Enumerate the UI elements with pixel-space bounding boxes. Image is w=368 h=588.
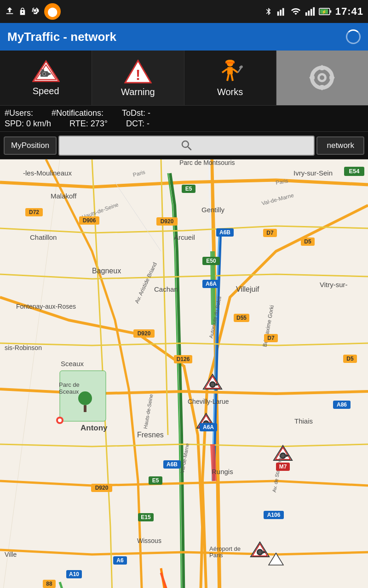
search-input[interactable] (58, 136, 315, 156)
notifications-label: #Notifications: (52, 108, 104, 118)
svg-line-29 (231, 74, 233, 81)
svg-text:Vitry-sur-: Vitry-sur- (320, 281, 348, 288)
spd-value: SPD: 0 km/h (5, 119, 51, 129)
svg-text:E15: E15 (141, 514, 151, 520)
search-icon (180, 139, 194, 153)
bluetooth-icon (264, 6, 273, 17)
svg-text:-les-Moulineaux: -les-Moulineaux (23, 169, 72, 177)
svg-text:88: 88 (46, 581, 52, 587)
works-tab-label: Works (217, 87, 243, 97)
svg-rect-0 (277, 11, 279, 16)
svg-text:A86: A86 (337, 401, 347, 408)
tab-warning[interactable]: ! Warning (92, 51, 184, 105)
svg-line-26 (238, 68, 241, 73)
svg-text:Sceaux: Sceaux (59, 388, 79, 395)
svg-text:Bagneux: Bagneux (92, 267, 121, 275)
status-bar: ⬤ ⚡ 17:41 (0, 0, 368, 23)
svg-rect-6 (313, 7, 315, 16)
svg-text:Cachan: Cachan (154, 285, 178, 293)
tab-speed[interactable]: Speed (0, 51, 92, 105)
svg-text:Antony: Antony (80, 424, 108, 432)
svg-text:⚡: ⚡ (322, 9, 327, 15)
time-display: 17:41 (335, 6, 363, 17)
phone-signal-icon (276, 6, 287, 17)
svg-line-28 (227, 74, 229, 81)
svg-text:Thiais: Thiais (294, 417, 313, 425)
rte-value: RTE: 273° (69, 119, 108, 129)
todst-label: ToDst: - (122, 108, 150, 118)
svg-text:D5: D5 (304, 238, 311, 245)
svg-text:Arcueil: Arcueil (174, 233, 195, 241)
search-bar: MyPosition network (0, 132, 368, 159)
svg-rect-5 (310, 9, 312, 16)
svg-text:E50: E50 (206, 258, 216, 264)
myposition-button[interactable]: MyPosition (4, 136, 57, 155)
svg-rect-3 (305, 12, 307, 16)
dct-value: DCT: - (126, 119, 150, 129)
svg-text:A6: A6 (116, 557, 124, 564)
svg-text:Rungis: Rungis (212, 468, 233, 475)
svg-text:Parc de: Parc de (59, 381, 80, 388)
svg-text:D7: D7 (266, 230, 274, 236)
svg-text:D72: D72 (29, 209, 39, 215)
svg-text:Ivry-sur-Sein: Ivry-sur-Sein (293, 169, 333, 177)
svg-text:M7: M7 (279, 464, 287, 470)
status-icons-left: ⬤ (5, 3, 61, 20)
speed-camera-icon (32, 59, 60, 83)
svg-rect-1 (280, 10, 282, 16)
svg-rect-23 (227, 67, 233, 74)
svg-text:A6B: A6B (219, 229, 230, 236)
svg-text:Malakoff: Malakoff (51, 192, 77, 200)
status-icons-right: ⚡ 17:41 (264, 6, 363, 17)
tab-bar: Speed ! Warning Works (0, 51, 368, 106)
svg-text:Chatillon: Chatillon (30, 233, 57, 241)
svg-text:Parc de Montsouris: Parc de Montsouris (179, 159, 235, 166)
svg-text:A10: A10 (69, 571, 79, 577)
map-area[interactable]: -les-Moulineaux Malakoff Chatillon Bagne… (0, 159, 368, 588)
svg-text:A6A: A6A (206, 281, 217, 287)
svg-text:Villejuif: Villejuif (236, 285, 259, 293)
info-bar: #Users: #Notifications: ToDst: - SPD: 0 … (0, 106, 368, 132)
warning-tab-label: Warning (121, 87, 155, 97)
svg-point-155 (58, 418, 62, 422)
tab-works[interactable]: Works (184, 51, 276, 105)
svg-text:Sceaux: Sceaux (61, 360, 84, 368)
svg-text:E54: E54 (349, 168, 360, 175)
svg-text:sis-Robinson: sis-Robinson (5, 344, 42, 351)
upload-icon (5, 6, 15, 17)
svg-point-44 (78, 391, 92, 405)
svg-point-15 (43, 73, 45, 75)
svg-point-64 (258, 550, 262, 554)
svg-text:E5: E5 (185, 186, 192, 192)
svg-text:A106: A106 (267, 512, 281, 518)
signal-plus-icon (290, 6, 301, 17)
usb-icon (30, 6, 40, 17)
svg-text:Paris: Paris (209, 552, 223, 559)
svg-text:D920: D920 (161, 218, 174, 225)
title-bar: MyTraffic - network (0, 23, 368, 51)
speed-tab-label: Speed (33, 86, 59, 96)
svg-text:D920: D920 (138, 330, 151, 337)
tab-settings[interactable] (276, 51, 368, 105)
svg-text:Ville: Ville (5, 551, 17, 558)
svg-text:Chevilly-Larue: Chevilly-Larue (188, 398, 229, 405)
svg-text:D7: D7 (267, 335, 275, 341)
svg-text:D55: D55 (236, 315, 247, 321)
svg-point-49 (211, 383, 214, 386)
svg-rect-22 (225, 62, 235, 63)
lock-icon (18, 6, 27, 17)
svg-rect-4 (308, 11, 310, 16)
loading-spinner (346, 29, 361, 44)
svg-rect-17 (41, 69, 44, 71)
svg-text:A6B: A6B (167, 461, 178, 468)
svg-text:Aéroport de: Aéroport de (209, 545, 241, 552)
svg-text:D920: D920 (95, 485, 109, 491)
svg-text:E5: E5 (152, 477, 159, 484)
works-construction-icon (216, 59, 244, 84)
svg-rect-2 (282, 8, 284, 16)
network-button[interactable]: network (316, 136, 364, 155)
svg-text:Fresnes: Fresnes (137, 431, 164, 439)
svg-point-32 (320, 75, 324, 80)
svg-rect-9 (330, 10, 331, 12)
signal-bars-icon (305, 6, 315, 17)
